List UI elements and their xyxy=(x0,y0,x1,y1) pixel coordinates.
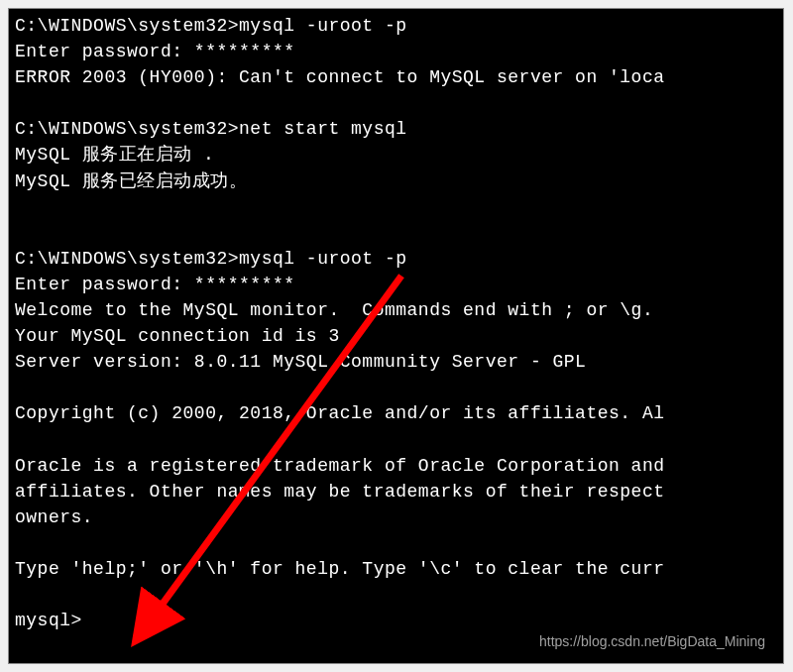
terminal-line: Your MySQL connection id is 3 xyxy=(15,323,777,349)
terminal-line: C:\WINDOWS\system32>net start mysql xyxy=(15,116,777,142)
terminal-window[interactable]: C:\WINDOWS\system32>mysql -uroot -p Ente… xyxy=(8,8,784,664)
terminal-line: Copyright (c) 2000, 2018, Oracle and/or … xyxy=(15,400,777,426)
terminal-line: mysql> xyxy=(15,608,777,633)
terminal-line: Oracle is a registered trademark of Orac… xyxy=(15,453,777,479)
terminal-blank-line xyxy=(15,427,777,453)
terminal-line: MySQL 服务正在启动 . xyxy=(15,142,777,168)
terminal-blank-line xyxy=(15,194,777,220)
terminal-line: Enter password: ********* xyxy=(15,272,777,297)
terminal-line: affiliates. Other names may be trademark… xyxy=(15,479,777,504)
terminal-blank-line xyxy=(15,582,777,608)
terminal-blank-line xyxy=(15,375,777,400)
terminal-line: Type 'help;' or '\h' for help. Type '\c'… xyxy=(15,556,777,582)
terminal-line: ERROR 2003 (HY000): Can't connect to MyS… xyxy=(15,64,777,90)
terminal-line: Server version: 8.0.11 MySQL Community S… xyxy=(15,349,777,375)
watermark-text: https://blog.csdn.net/BigData_Mining xyxy=(539,631,765,651)
terminal-line: Enter password: ********* xyxy=(15,39,777,64)
terminal-line: C:\WINDOWS\system32>mysql -uroot -p xyxy=(15,246,777,272)
terminal-blank-line xyxy=(15,530,777,556)
terminal-line: MySQL 服务已经启动成功。 xyxy=(15,168,777,194)
terminal-line: owners. xyxy=(15,504,777,530)
terminal-blank-line xyxy=(15,220,777,246)
terminal-line: C:\WINDOWS\system32>mysql -uroot -p xyxy=(15,13,777,39)
terminal-line: Welcome to the MySQL monitor. Commands e… xyxy=(15,297,777,323)
terminal-blank-line xyxy=(15,90,777,116)
